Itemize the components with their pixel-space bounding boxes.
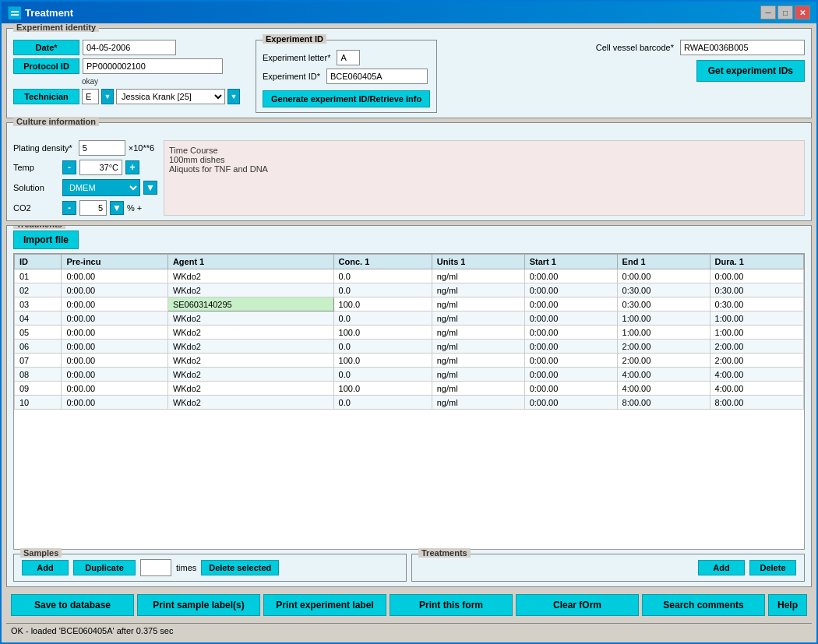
table-cell[interactable]: 0:00.00: [524, 311, 617, 326]
table-cell[interactable]: 0:00.00: [62, 297, 167, 311]
table-cell[interactable]: 4:00.00: [710, 368, 803, 382]
table-cell[interactable]: 0:00.00: [524, 396, 617, 410]
protocol-button[interactable]: Protocol ID: [13, 58, 79, 74]
table-cell[interactable]: 0:00.00: [62, 354, 167, 368]
clear-form-button[interactable]: Clear fOrm: [516, 594, 639, 616]
co2-minus-button[interactable]: -: [62, 201, 76, 215]
table-cell[interactable]: 1:00.00: [710, 326, 803, 340]
table-cell[interactable]: 0:30.00: [617, 283, 710, 297]
plating-input[interactable]: [79, 140, 125, 156]
co2-dropdown-button[interactable]: ▼: [110, 201, 124, 215]
table-cell[interactable]: 06: [15, 340, 62, 354]
table-cell[interactable]: 2:00.00: [710, 340, 803, 354]
table-cell[interactable]: WKdo2: [167, 354, 333, 368]
table-cell[interactable]: ng/ml: [432, 382, 524, 396]
table-cell[interactable]: 1:00.00: [617, 311, 710, 326]
restore-button[interactable]: □: [777, 5, 793, 19]
table-cell[interactable]: WKdo2: [167, 311, 333, 326]
date-input[interactable]: [83, 40, 176, 55]
table-cell[interactable]: 04: [15, 311, 62, 326]
table-cell[interactable]: 100.0: [333, 354, 432, 368]
minimize-button[interactable]: ─: [760, 5, 776, 19]
table-cell[interactable]: 2:00.00: [710, 354, 803, 368]
table-row[interactable]: 040:00.00WKdo20.0ng/ml0:00.001:00.001:00…: [15, 311, 804, 326]
table-cell[interactable]: ng/ml: [432, 354, 524, 368]
table-cell[interactable]: 0:00.00: [62, 283, 167, 297]
table-cell[interactable]: ng/ml: [432, 368, 524, 382]
table-cell[interactable]: 8:00.00: [710, 396, 803, 410]
table-cell[interactable]: 100.0: [333, 326, 432, 340]
print-this-form-button[interactable]: Print this form: [390, 594, 513, 616]
table-cell[interactable]: WKdo2: [167, 368, 333, 382]
table-cell[interactable]: 0.0: [333, 311, 432, 326]
table-cell[interactable]: 2:00.00: [617, 340, 710, 354]
date-button[interactable]: Date*: [13, 40, 79, 55]
generate-button[interactable]: Generate experiment ID/Retrieve info: [263, 90, 430, 107]
table-cell[interactable]: 0:00.00: [524, 269, 617, 283]
table-cell[interactable]: 0:00.00: [710, 269, 803, 283]
treatments-table-container[interactable]: ID Pre-incu Agent 1 Conc. 1 Units 1 Star…: [13, 253, 805, 550]
table-cell[interactable]: WKdo2: [167, 382, 333, 396]
technician-name-arrow[interactable]: ▼: [227, 89, 240, 104]
table-row[interactable]: 020:00.00WKdo20.0ng/ml0:00.000:30.000:30…: [15, 283, 804, 297]
table-cell[interactable]: 05: [15, 326, 62, 340]
table-cell[interactable]: 0:00.00: [524, 283, 617, 297]
table-cell[interactable]: 4:00.00: [617, 368, 710, 382]
technician-button[interactable]: Technician: [13, 89, 79, 104]
table-cell[interactable]: 0:00.00: [62, 368, 167, 382]
co2-input[interactable]: [79, 200, 107, 216]
protocol-input[interactable]: [83, 58, 223, 74]
solution-arrow-button[interactable]: ▼: [143, 181, 157, 195]
table-cell[interactable]: 4:00.00: [710, 382, 803, 396]
print-experiment-label-button[interactable]: Print experiment label: [263, 594, 386, 616]
table-cell[interactable]: 0:00.00: [524, 354, 617, 368]
table-cell[interactable]: 0:00.00: [62, 382, 167, 396]
table-cell[interactable]: 0:00.00: [524, 297, 617, 311]
import-file-button[interactable]: Import file: [13, 231, 79, 249]
technician-name-dropdown[interactable]: Jessica Krank [25]: [116, 89, 225, 104]
table-cell[interactable]: 0:00.00: [617, 269, 710, 283]
table-cell[interactable]: ng/ml: [432, 396, 524, 410]
table-cell[interactable]: 0:00.00: [62, 396, 167, 410]
table-row[interactable]: 010:00.00WKdo20.0ng/ml0:00.000:00.000:00…: [15, 269, 804, 283]
experiment-id-input[interactable]: [326, 69, 428, 84]
treatments-add-button[interactable]: Add: [698, 560, 745, 575]
times-input[interactable]: [140, 559, 171, 576]
table-cell[interactable]: ng/ml: [432, 269, 524, 283]
table-cell[interactable]: WKdo2: [167, 283, 333, 297]
table-cell[interactable]: 100.0: [333, 382, 432, 396]
table-cell[interactable]: 0:00.00: [524, 326, 617, 340]
table-cell[interactable]: SE0603140295: [167, 297, 333, 311]
table-row[interactable]: 090:00.00WKdo2100.0ng/ml0:00.004:00.004:…: [15, 382, 804, 396]
temp-minus-button[interactable]: -: [62, 160, 76, 174]
table-cell[interactable]: ng/ml: [432, 311, 524, 326]
samples-add-button[interactable]: Add: [22, 560, 69, 575]
table-cell[interactable]: 0:00.00: [62, 326, 167, 340]
table-cell[interactable]: 0:00.00: [524, 340, 617, 354]
temp-input[interactable]: [79, 160, 122, 175]
table-cell[interactable]: 10: [15, 396, 62, 410]
exp-letter-input[interactable]: [337, 50, 360, 65]
table-row[interactable]: 070:00.00WKdo2100.0ng/ml0:00.002:00.002:…: [15, 354, 804, 368]
print-sample-label-button[interactable]: Print sample label(s): [137, 594, 260, 616]
table-cell[interactable]: ng/ml: [432, 283, 524, 297]
table-cell[interactable]: ng/ml: [432, 340, 524, 354]
table-cell[interactable]: 07: [15, 354, 62, 368]
close-button[interactable]: ✕: [795, 5, 810, 19]
table-cell[interactable]: 0.0: [333, 368, 432, 382]
table-cell[interactable]: 0:30.00: [617, 297, 710, 311]
get-experiment-ids-button[interactable]: Get experiment IDs: [696, 60, 805, 82]
table-cell[interactable]: 8:00.00: [617, 396, 710, 410]
table-cell[interactable]: WKdo2: [167, 396, 333, 410]
table-cell[interactable]: 02: [15, 283, 62, 297]
table-row[interactable]: 100:00.00WKdo20.0ng/ml0:00.008:00.008:00…: [15, 396, 804, 410]
samples-duplicate-button[interactable]: Duplicate: [73, 560, 136, 575]
table-cell[interactable]: WKdo2: [167, 326, 333, 340]
table-cell[interactable]: 4:00.00: [617, 382, 710, 396]
table-cell[interactable]: 03: [15, 297, 62, 311]
treatments-delete-button[interactable]: Delete: [749, 560, 796, 575]
table-cell[interactable]: 0.0: [333, 283, 432, 297]
table-cell[interactable]: 1:00.00: [710, 311, 803, 326]
table-cell[interactable]: 0:00.00: [62, 269, 167, 283]
table-cell[interactable]: 2:00.00: [617, 354, 710, 368]
